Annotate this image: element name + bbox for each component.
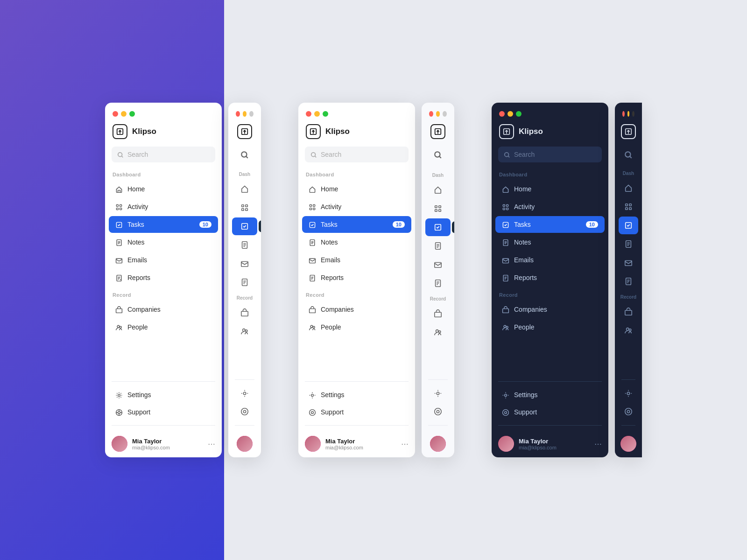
search-placeholder-3: Search (321, 151, 341, 158)
close-light-2[interactable] (236, 111, 240, 117)
svg-point-94 (625, 408, 632, 415)
people-label-1: People (127, 323, 148, 331)
nav-companies-3[interactable]: Companies (302, 301, 411, 318)
nav-activity-3[interactable]: Activity (302, 198, 411, 215)
nav-reports-2[interactable] (232, 273, 257, 291)
svg-point-47 (311, 411, 314, 413)
svg-point-44 (313, 326, 315, 328)
nav-emails-3[interactable]: Emails (302, 252, 411, 268)
svg-point-49 (435, 152, 440, 157)
traffic-lights-3 (298, 111, 415, 122)
svg-rect-74 (503, 308, 509, 313)
svg-point-1 (118, 153, 122, 157)
nav-tasks-1[interactable]: Tasks 10 (109, 216, 218, 233)
svg-point-46 (310, 409, 316, 415)
user-email-1: mia@klipso.com (132, 445, 203, 450)
nav-activity-2[interactable] (232, 199, 257, 217)
minimize-light-4[interactable] (436, 111, 440, 117)
nav-companies-2[interactable] (232, 304, 257, 322)
svg-rect-3 (116, 208, 118, 210)
search-bar-3[interactable]: Search (305, 147, 409, 162)
support-icon-1 (115, 408, 123, 416)
svg-point-30 (241, 408, 248, 415)
minimize-light-2[interactable] (243, 111, 247, 117)
nav-companies-1[interactable]: Companies (109, 301, 218, 318)
nav-reports-3[interactable]: Reports (302, 269, 411, 286)
svg-point-15 (118, 411, 120, 413)
nav-emails-2[interactable] (232, 255, 257, 273)
tasks-label-1: Tasks (127, 221, 144, 228)
companies-label-1: Companies (127, 306, 161, 313)
svg-rect-4 (120, 204, 122, 206)
svg-rect-50 (435, 206, 437, 208)
svg-point-11 (117, 325, 120, 328)
nav-notes-1[interactable]: Notes (109, 234, 218, 251)
close-light-3[interactable] (306, 111, 311, 117)
svg-point-31 (243, 410, 246, 413)
nav-settings-1[interactable]: Settings (109, 386, 218, 403)
svg-rect-42 (310, 308, 316, 313)
nav-settings-2[interactable] (232, 385, 257, 402)
sidebar-panel-4: Dash Tasks Record (422, 103, 454, 457)
search-bar-1[interactable]: Search (112, 147, 215, 162)
svg-point-95 (627, 410, 629, 413)
search-collapsed-2[interactable] (236, 147, 253, 163)
emails-label-1: Emails (127, 256, 147, 264)
minimize-light[interactable] (121, 111, 127, 117)
nav-people-2[interactable] (232, 322, 257, 340)
reports-label-1: Reports (127, 274, 150, 281)
svg-rect-35 (310, 208, 311, 210)
logo-collapsed-2 (228, 122, 261, 147)
minimize-light-3[interactable] (314, 111, 320, 117)
nav-reports-1[interactable]: Reports (109, 269, 218, 286)
nav-notes-2[interactable] (232, 236, 257, 254)
reports-icon-1 (115, 273, 123, 282)
nav-home-2[interactable] (232, 180, 257, 198)
home-icon-1 (115, 185, 123, 193)
user-name-1: Mia Taylor (132, 438, 203, 445)
svg-point-65 (505, 153, 509, 157)
svg-point-29 (243, 392, 246, 394)
nav-support-3[interactable]: Support (302, 404, 411, 420)
user-collapsed-2[interactable] (228, 430, 261, 457)
nav-notes-3[interactable]: Notes (302, 234, 411, 251)
nav-tasks-3[interactable]: Tasks 10 (302, 216, 411, 233)
divider-bottom-1 (112, 425, 215, 426)
maximize-light-3[interactable] (323, 111, 328, 117)
nav-settings-3[interactable]: Settings (302, 386, 411, 403)
logo-icon-2 (237, 124, 252, 139)
nav-support-2[interactable] (232, 403, 257, 420)
nav-tasks-2[interactable]: Tasks (232, 217, 257, 235)
dashboard-label-3: Dashboard (298, 170, 415, 180)
notes-icon-1 (115, 238, 123, 246)
nav-support-1[interactable]: Support (109, 404, 218, 420)
nav-people-1[interactable]: People (109, 319, 218, 336)
nav-activity-1[interactable]: Activity (109, 198, 218, 215)
no-light-2 (249, 111, 254, 117)
close-light-4[interactable] (429, 111, 433, 117)
logo-collapsed-4 (422, 122, 454, 147)
close-light[interactable] (113, 111, 118, 117)
svg-point-43 (310, 325, 313, 328)
nav-home-1[interactable]: Home (109, 181, 218, 197)
nav-home-3[interactable]: Home (302, 181, 411, 197)
tasks-badge-3: 10 (393, 221, 405, 228)
svg-rect-36 (313, 204, 315, 206)
dash-label-2: Dash (228, 171, 261, 180)
svg-point-78 (503, 409, 509, 415)
nav-people-3[interactable]: People (302, 319, 411, 336)
svg-point-61 (437, 392, 439, 394)
nav-emails-1[interactable]: Emails (109, 252, 218, 268)
search-collapsed-4[interactable] (430, 147, 446, 163)
maximize-light[interactable] (129, 111, 135, 117)
sidebar-panel-5: Klipso Search Dashboard Home Activity (492, 103, 608, 457)
svg-rect-18 (242, 205, 244, 207)
svg-point-17 (241, 152, 247, 157)
svg-point-93 (627, 392, 629, 394)
user-row-1[interactable]: Mia Taylor mia@klipso.com ⋯ (105, 430, 222, 457)
more-icon-3[interactable]: ⋯ (401, 440, 409, 448)
svg-rect-83 (626, 208, 628, 210)
logo-area-1: Klipso (105, 122, 222, 147)
user-row-3[interactable]: Mia Taylor mia@klipso.com ⋯ (298, 430, 415, 457)
more-icon-1[interactable]: ⋯ (208, 440, 215, 448)
